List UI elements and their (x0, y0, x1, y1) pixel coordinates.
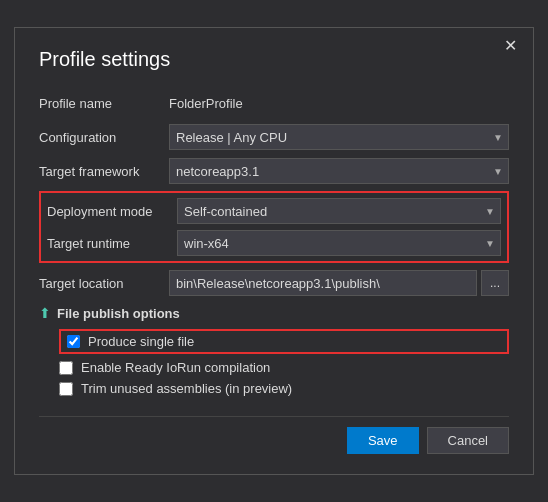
cancel-button[interactable]: Cancel (427, 427, 509, 454)
close-button[interactable]: ✕ (498, 36, 523, 56)
produce-single-file-label: Produce single file (88, 334, 194, 349)
target-runtime-label: Target runtime (47, 236, 177, 251)
profile-settings-dialog: ✕ Profile settings Profile name FolderPr… (14, 27, 534, 475)
enable-readyiorun-row: Enable Ready IoRun compilation (59, 360, 509, 375)
dialog-title: Profile settings (39, 48, 509, 71)
trim-assemblies-checkbox[interactable] (59, 382, 73, 396)
file-publish-title: File publish options (57, 306, 180, 321)
profile-name-label: Profile name (39, 96, 169, 111)
browse-button[interactable]: ... (481, 270, 509, 296)
trim-assemblies-label: Trim unused assemblies (in preview) (81, 381, 292, 396)
section-chevron-icon: ⬆ (39, 305, 51, 321)
deployment-highlight-box: Deployment mode Self-contained ▼ Target … (39, 191, 509, 263)
deployment-mode-label: Deployment mode (47, 204, 177, 219)
target-framework-select[interactable]: netcoreapp3.1 (169, 158, 509, 184)
produce-single-file-checkbox[interactable] (67, 335, 80, 348)
trim-assemblies-row: Trim unused assemblies (in preview) (59, 381, 509, 396)
file-publish-section-header: ⬆ File publish options (39, 305, 509, 321)
checkbox-group: Produce single file Enable Ready IoRun c… (59, 329, 509, 396)
target-framework-select-wrapper: netcoreapp3.1 ▼ (169, 158, 509, 184)
deployment-mode-select[interactable]: Self-contained (177, 198, 501, 224)
enable-readyiorun-label: Enable Ready IoRun compilation (81, 360, 270, 375)
configuration-select[interactable]: Release | Any CPU (169, 124, 509, 150)
dialog-footer: Save Cancel (39, 416, 509, 454)
deployment-mode-select-wrapper: Self-contained ▼ (177, 198, 501, 224)
target-runtime-row: Target runtime win-x64 ▼ (47, 229, 501, 257)
produce-single-file-highlight: Produce single file (59, 329, 509, 354)
target-location-label: Target location (39, 276, 169, 291)
enable-readyiorun-checkbox[interactable] (59, 361, 73, 375)
profile-name-value: FolderProfile (169, 96, 243, 111)
target-runtime-select-wrapper: win-x64 ▼ (177, 230, 501, 256)
configuration-label: Configuration (39, 130, 169, 145)
profile-name-row: Profile name FolderProfile (39, 89, 509, 117)
configuration-select-wrapper: Release | Any CPU ▼ (169, 124, 509, 150)
target-runtime-select[interactable]: win-x64 (177, 230, 501, 256)
configuration-row: Configuration Release | Any CPU ▼ (39, 123, 509, 151)
target-location-row: Target location ... (39, 269, 509, 297)
target-framework-label: Target framework (39, 164, 169, 179)
save-button[interactable]: Save (347, 427, 419, 454)
deployment-mode-row: Deployment mode Self-contained ▼ (47, 197, 501, 225)
target-location-input[interactable] (169, 270, 477, 296)
target-location-input-wrapper: ... (169, 270, 509, 296)
target-framework-row: Target framework netcoreapp3.1 ▼ (39, 157, 509, 185)
